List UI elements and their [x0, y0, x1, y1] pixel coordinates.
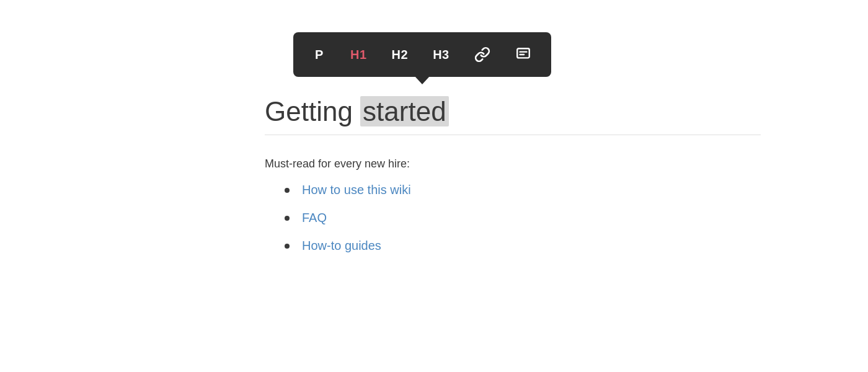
bullet-dot — [285, 216, 290, 221]
main-content: Getting started Must-read for every new … — [265, 96, 761, 267]
list-item: FAQ — [285, 211, 761, 225]
bullet-dot — [285, 188, 290, 193]
how-to-wiki-link[interactable]: How to use this wiki — [302, 183, 411, 197]
paragraph-button[interactable]: P — [301, 32, 338, 77]
heading-highlighted-text: started — [360, 96, 449, 126]
subtitle-text: Must-read for every new hire: — [265, 157, 761, 170]
link-button[interactable] — [462, 32, 503, 77]
comment-button[interactable] — [503, 32, 544, 77]
list-item: How-to guides — [285, 239, 761, 253]
link-icon — [474, 46, 490, 63]
heading-normal-text: Getting — [265, 96, 360, 126]
bullet-dot — [285, 244, 290, 249]
faq-link[interactable]: FAQ — [302, 211, 327, 225]
formatting-toolbar: P H1 H2 H3 — [293, 32, 551, 77]
comment-icon — [515, 46, 531, 63]
h2-button[interactable]: H2 — [379, 32, 421, 77]
page-heading: Getting started — [265, 96, 761, 135]
svg-rect-0 — [517, 48, 529, 58]
list-item: How to use this wiki — [285, 183, 761, 197]
h3-button[interactable]: H3 — [420, 32, 462, 77]
how-to-guides-link[interactable]: How-to guides — [302, 239, 381, 253]
h1-button[interactable]: H1 — [338, 32, 379, 77]
links-list: How to use this wiki FAQ How-to guides — [285, 183, 761, 253]
